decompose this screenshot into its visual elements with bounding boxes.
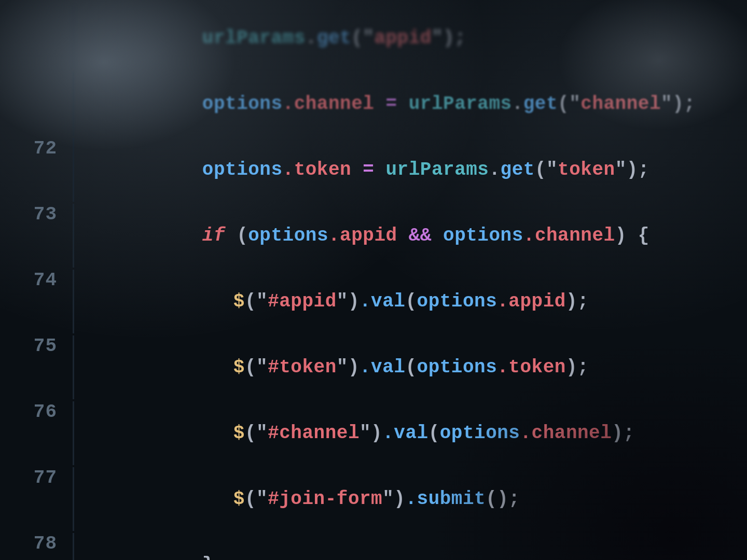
code-line-72: 72 options.token = urlParams.get("token"… (0, 137, 747, 203)
code-line-76: 76 $("#channel").val(options.channel); (0, 400, 747, 466)
token (397, 225, 409, 246)
code-editor: urlParams.get("appid"); options.channel … (0, 0, 747, 560)
token: channel (580, 93, 661, 115)
token: . (306, 27, 317, 49)
token: ") (382, 488, 405, 510)
line-number-72: 72 (0, 138, 73, 159)
line-number-73: 73 (0, 204, 73, 225)
code-line-78: 78 } (0, 532, 747, 560)
line-number-76: 76 (0, 401, 73, 423)
token (397, 93, 409, 115)
token: ( (405, 357, 417, 378)
token: .channel (520, 423, 612, 444)
line-content-78: } (79, 533, 747, 560)
token: options (417, 291, 497, 312)
token (351, 159, 363, 180)
token: "); (661, 93, 695, 115)
line-separator (73, 72, 74, 136)
line-content-72: options.token = urlParams.get("token"); (79, 138, 747, 202)
token: urlParams (386, 159, 489, 180)
line-separator (73, 467, 74, 531)
token: urlParams (409, 93, 512, 115)
token: && (409, 225, 432, 246)
line-number-74: 74 (0, 270, 73, 291)
line-separator (73, 533, 74, 560)
token: .appid (497, 291, 566, 312)
token: "); (432, 27, 466, 49)
token: } (202, 554, 214, 560)
token: .submit (405, 488, 486, 510)
token: $ (233, 291, 245, 312)
line-separator (73, 335, 74, 399)
line-content: options.channel = urlParams.get("channel… (79, 72, 747, 136)
token: = (386, 93, 397, 115)
token: options (202, 93, 283, 115)
token (374, 93, 385, 115)
token: "); (615, 159, 649, 180)
token: (" (245, 488, 268, 510)
token: #channel (268, 423, 359, 444)
token: .val (382, 423, 428, 444)
line-content-76: $("#channel").val(options.channel); (79, 401, 747, 465)
token: #token (268, 357, 337, 378)
token: ); (612, 423, 634, 444)
token: token (558, 159, 615, 180)
token: (); (486, 488, 520, 510)
token: ") (337, 357, 359, 378)
token: options (248, 225, 328, 246)
token: ) { (615, 225, 649, 246)
token: options (443, 225, 523, 246)
token: . (489, 159, 500, 180)
code-line-top-partial: urlParams.get("appid"); (0, 5, 747, 71)
token: options (440, 423, 520, 444)
token: $ (233, 488, 245, 510)
line-number-78: 78 (0, 533, 73, 554)
line-content: urlParams.get("appid"); (79, 6, 747, 70)
token: ( (225, 225, 248, 246)
token: urlParams (202, 27, 306, 49)
token: (" (245, 357, 268, 378)
token: get (523, 93, 558, 115)
code-content: urlParams.get("appid"); options.channel … (0, 0, 747, 560)
code-line-77: 77 $("#join-form").submit(); (0, 466, 747, 532)
line-number-75: 75 (0, 335, 73, 357)
token: (" (351, 27, 374, 49)
token: #appid (268, 291, 337, 312)
token: (" (245, 423, 268, 444)
line-content-73: if (options.appid && options.channel) { (79, 204, 747, 268)
line-separator (73, 204, 74, 268)
token: (" (558, 93, 580, 115)
token: get (501, 159, 535, 180)
token: ") (359, 423, 382, 444)
line-content-75: $("#token").val(options.token); (79, 335, 747, 399)
line-number-77: 77 (0, 467, 73, 488)
token (432, 225, 443, 246)
code-line-75: 75 $("#token").val(options.token); (0, 334, 747, 400)
line-separator (73, 270, 74, 333)
token: (" (535, 159, 558, 180)
token: ); (566, 291, 589, 312)
token: ( (428, 423, 440, 444)
token: options (417, 357, 497, 378)
token: $ (233, 357, 245, 378)
token: (" (245, 291, 268, 312)
line-separator (73, 138, 74, 202)
line-content-74: $("#appid").val(options.appid); (79, 270, 747, 333)
token: .channel (283, 93, 375, 115)
token: .val (359, 357, 405, 378)
token: appid (374, 27, 432, 49)
token: .appid (328, 225, 397, 246)
token: ); (566, 357, 589, 378)
token: .val (359, 291, 405, 312)
token: .token (283, 159, 352, 180)
code-line-74: 74 $("#appid").val(options.appid); (0, 269, 747, 334)
token: ( (405, 291, 417, 312)
token: ") (337, 291, 359, 312)
line-separator (73, 6, 74, 70)
token: .channel (523, 225, 615, 246)
token: . (512, 93, 523, 115)
code-line-73: 73 if (options.appid && options.channel)… (0, 203, 747, 269)
line-content-77: $("#join-form").submit(); (79, 467, 747, 531)
token: $ (233, 423, 245, 444)
token: options (202, 159, 283, 180)
